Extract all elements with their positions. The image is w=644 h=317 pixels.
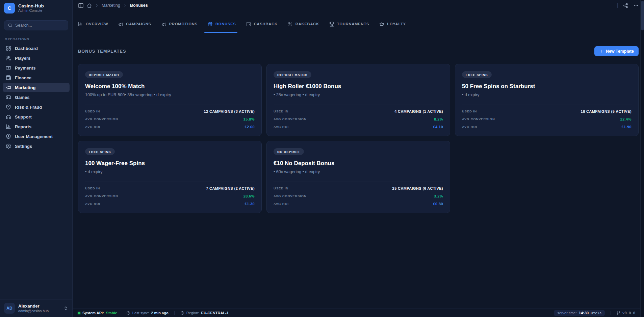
bonus-type-badge: FREE SPINS — [85, 148, 115, 155]
sidebar: C Casino-Hub Admin Console OPERATIONS Da… — [0, 0, 73, 317]
sidebar-item-support[interactable]: Support — [3, 112, 70, 122]
stat-label: AVG ROI — [462, 125, 477, 129]
bonus-template-card[interactable]: NO DEPOSIT €10 No Deposit Bonus • 60x wa… — [266, 141, 450, 213]
gift-icon — [208, 22, 213, 27]
bonus-details: • d expiry — [85, 169, 255, 174]
tab-label: TOURNAMENTS — [337, 22, 369, 26]
stat-label: AVG CONVERSION — [274, 194, 307, 198]
sidebar-item-games[interactable]: Games — [3, 93, 70, 102]
bonus-template-card[interactable]: FREE SPINS 100 Wager-Free Spins • d expi… — [78, 141, 262, 213]
search-box[interactable] — [4, 20, 68, 30]
scrollbar[interactable] — [640, 0, 644, 317]
stat-label: AVG ROI — [274, 202, 289, 206]
stat-value: €1.90 — [621, 125, 632, 129]
tab-cashback[interactable]: CASHBACK — [246, 11, 278, 37]
sidebar-nav: Dashboard Players Payments Finance Marke… — [0, 44, 72, 151]
stat-row: USED IN 7 CAMPAIGNS (2 ACTIVE) — [85, 184, 255, 192]
status-bar: System API: Stable Last sync: 2 min ago … — [73, 309, 644, 317]
topbar-actions — [617, 3, 639, 8]
content: BONUS TEMPLATES New Template DEPOSIT MAT… — [73, 37, 644, 309]
stat-row: AVG ROI €0.80 — [274, 200, 443, 208]
bonus-title: 50 Free Spins on Starburst — [462, 83, 632, 90]
sidebar-toggle-icon[interactable] — [78, 3, 84, 8]
bonus-details: • 60x wagering • d expiry — [274, 169, 443, 174]
bar-chart-icon — [6, 124, 11, 129]
sidebar-item-dashboard[interactable]: Dashboard — [3, 44, 70, 53]
bonus-template-card[interactable]: FREE SPINS 50 Free Spins on Starburst • … — [455, 64, 639, 136]
stat-row: AVG CONVERSION 22.4% — [462, 115, 632, 123]
tab-label: RAKEBACK — [295, 22, 319, 26]
tab-loyalty[interactable]: LOYALTY — [379, 11, 406, 37]
stat-row: USED IN 18 CAMPAIGNS (5 ACTIVE) — [462, 107, 632, 115]
bonus-stats: USED IN 25 CAMPAIGNS (6 ACTIVE) AVG CONV… — [274, 182, 443, 208]
tab-label: BONUSES — [215, 22, 236, 26]
stat-row: AVG ROI €1.30 — [85, 200, 255, 208]
stat-value: €1.30 — [244, 202, 255, 206]
stat-label: USED IN — [274, 186, 288, 190]
search-input[interactable] — [15, 23, 65, 28]
stat-value: 12 CAMPAIGNS (3 ACTIVE) — [204, 109, 255, 113]
system-api-status: System API: Stable — [78, 311, 117, 315]
clock-icon — [126, 311, 130, 315]
sidebar-item-risk-fraud[interactable]: Risk & Fraud — [3, 102, 70, 112]
bonus-template-card[interactable]: DEPOSIT MATCH Welcome 100% Match 100% up… — [78, 64, 262, 136]
user-menu[interactable]: AD Alexander admin@casino.hub — [0, 299, 72, 317]
percent-icon — [288, 22, 293, 27]
headphones-icon — [6, 114, 11, 120]
sidebar-item-marketing[interactable]: Marketing — [3, 83, 70, 92]
stat-label: AVG CONVERSION — [462, 117, 495, 121]
chevron-right-icon — [123, 4, 127, 7]
trophy-icon — [329, 22, 334, 27]
stat-label: AVG ROI — [274, 125, 289, 129]
users-icon — [6, 55, 11, 61]
bonus-details: 100% up to EUR 500• 35x wagering • d exp… — [85, 93, 255, 97]
breadcrumb-section[interactable]: Marketing — [102, 3, 120, 8]
sidebar-item-user-management[interactable]: User Management — [3, 132, 70, 141]
sidebar-item-finance[interactable]: Finance — [3, 73, 70, 82]
sidebar-item-label: Players — [15, 56, 30, 61]
divider — [174, 311, 175, 315]
megaphone-icon — [6, 85, 11, 90]
stat-value: 8.2% — [434, 117, 443, 121]
stat-value: 15.8% — [243, 117, 255, 121]
bonus-template-card[interactable]: DEPOSIT MATCH High Roller €1000 Bonus • … — [266, 64, 450, 136]
sidebar-item-players[interactable]: Players — [3, 53, 70, 63]
home-icon[interactable] — [87, 3, 92, 8]
chevrons-up-down-icon — [63, 306, 68, 311]
tab-label: CAMPAIGNS — [126, 22, 151, 26]
bar-chart-icon — [78, 22, 83, 27]
stat-label: USED IN — [274, 109, 288, 113]
bonus-title: 100 Wager-Free Spins — [85, 160, 255, 167]
tab-tournaments[interactable]: TOURNAMENTS — [329, 11, 369, 37]
sidebar-item-label: Finance — [15, 75, 31, 80]
tab-label: PROMOTIONS — [169, 22, 198, 26]
sidebar-item-settings[interactable]: Settings — [3, 141, 70, 151]
sidebar-item-payments[interactable]: Payments — [3, 63, 70, 73]
stat-value: €0.80 — [433, 202, 443, 206]
tab-bonuses[interactable]: BONUSES — [208, 11, 236, 37]
sidebar-item-label: Support — [15, 114, 32, 120]
more-icon[interactable] — [634, 3, 639, 8]
crown-icon — [379, 22, 384, 27]
stat-value: €4.10 — [433, 125, 443, 129]
stat-row: USED IN 4 CAMPAIGNS (1 ACTIVE) — [274, 107, 443, 115]
stat-row: USED IN 25 CAMPAIGNS (6 ACTIVE) — [274, 184, 443, 192]
share-icon[interactable] — [623, 3, 628, 8]
tab-rakeback[interactable]: RAKEBACK — [288, 11, 319, 37]
tab-label: CASHBACK — [254, 22, 278, 26]
stat-value: 28.6% — [243, 194, 255, 198]
tab-campaigns[interactable]: CAMPAIGNS — [118, 11, 151, 37]
new-template-button[interactable]: New Template — [594, 46, 639, 56]
scrollbar-thumb[interactable] — [641, 1, 644, 30]
status-dot — [78, 312, 80, 314]
tab-promotions[interactable]: PROMOTIONS — [161, 11, 198, 37]
chevron-right-icon — [95, 4, 99, 7]
cards-grid: DEPOSIT MATCH Welcome 100% Match 100% up… — [78, 64, 639, 213]
breadcrumb-page: Bonuses — [130, 3, 148, 8]
stat-label: USED IN — [85, 186, 100, 190]
tab-overview[interactable]: OVERVIEW — [78, 11, 108, 37]
server-time: server time: 14:30 UTC+0 — [554, 310, 605, 316]
sidebar-item-reports[interactable]: Reports — [3, 122, 70, 131]
bonus-type-badge: DEPOSIT MATCH — [274, 71, 311, 78]
bonus-stats: USED IN 18 CAMPAIGNS (5 ACTIVE) AVG CONV… — [462, 105, 632, 131]
